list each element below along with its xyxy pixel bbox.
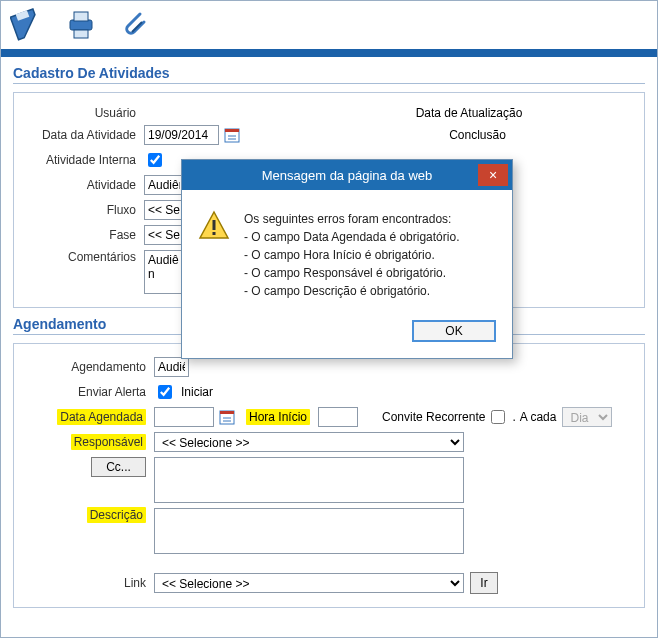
dialog-error-line: - O campo Descrição é obrigatório.	[244, 282, 459, 300]
atividade-label: Atividade	[24, 178, 144, 192]
warning-icon	[198, 210, 230, 242]
svg-rect-9	[220, 411, 234, 414]
fase-label: Fase	[24, 228, 144, 242]
data-agendada-input[interactable]	[154, 407, 214, 427]
ir-button[interactable]: Ir	[470, 572, 498, 594]
responsavel-label: Responsável	[71, 434, 146, 450]
atividade-interna-label: Atividade Interna	[24, 153, 144, 167]
atividade-interna-checkbox[interactable]	[148, 153, 162, 167]
dialog-error-line: - O campo Responsável é obrigatório.	[244, 264, 459, 282]
main-toolbar	[1, 1, 657, 49]
link-select[interactable]: << Selecione >>	[154, 573, 464, 593]
hora-inicio-input[interactable]	[318, 407, 358, 427]
comentarios-label: Comentários	[24, 250, 144, 264]
responsavel-select[interactable]: << Selecione >>	[154, 432, 464, 452]
header-band	[1, 49, 657, 57]
a-cada-label: A cada	[520, 410, 557, 424]
descricao-label: Descrição	[87, 507, 146, 523]
descricao-textarea[interactable]	[154, 508, 464, 554]
fase-select[interactable]	[144, 225, 184, 245]
save-icon[interactable]	[9, 7, 45, 43]
svg-rect-3	[74, 30, 88, 38]
section-agendamento: Agendamento Agendamento Enviar Alerta In…	[13, 316, 645, 608]
dialog-titlebar: Mensagem da página da web ×	[182, 160, 512, 190]
svg-rect-5	[225, 129, 239, 132]
usuario-label: Usuário	[24, 106, 144, 120]
agendamento-input[interactable]	[154, 357, 189, 377]
comentarios-textarea[interactable]: Audiên	[144, 250, 184, 294]
link-label: Link	[24, 576, 154, 590]
iniciar-label: Iniciar	[181, 385, 213, 399]
data-atividade-label: Data da Atividade	[24, 128, 144, 142]
dialog-error-line: - O campo Data Agendada é obrigatório.	[244, 228, 459, 246]
conclusao-label: Conclusão	[321, 128, 634, 142]
hora-inicio-label: Hora Início	[246, 409, 310, 425]
cc-textarea[interactable]	[154, 457, 464, 503]
dialog-error-line: - O campo Hora Início é obrigatório.	[244, 246, 459, 264]
svg-rect-2	[74, 12, 88, 21]
fluxo-label: Fluxo	[24, 203, 144, 217]
fluxo-select[interactable]	[144, 200, 184, 220]
convite-recorrente-label: Convite Recorrente	[382, 410, 485, 424]
data-atualizacao-label: Data de Atualização	[304, 106, 634, 120]
dialog-message: Os seguintes erros foram encontrados: - …	[244, 210, 459, 300]
dialog-close-button[interactable]: ×	[478, 164, 508, 186]
data-agendada-label: Data Agendada	[57, 409, 146, 425]
dialog-ok-button[interactable]: OK	[412, 320, 496, 342]
atividade-input[interactable]	[144, 175, 184, 195]
cc-button[interactable]: Cc...	[91, 457, 146, 477]
close-icon: ×	[489, 167, 497, 183]
calendar-icon[interactable]	[218, 408, 236, 426]
print-icon[interactable]	[63, 7, 99, 43]
dialog-title: Mensagem da página da web	[262, 168, 433, 183]
enviar-alerta-checkbox[interactable]	[158, 385, 172, 399]
periodo-select[interactable]: Dia	[562, 407, 612, 427]
svg-rect-14	[213, 232, 216, 235]
enviar-alerta-label: Enviar Alerta	[24, 385, 154, 399]
app-window: Cadastro De Atividades Usuário Data de A…	[0, 0, 658, 638]
svg-rect-13	[213, 220, 216, 230]
data-atividade-input[interactable]	[144, 125, 219, 145]
convite-recorrente-checkbox[interactable]	[491, 410, 505, 424]
dialog-heading: Os seguintes erros foram encontrados:	[244, 210, 459, 228]
attach-icon[interactable]	[117, 7, 153, 43]
error-dialog: Mensagem da página da web × Os seguintes…	[181, 159, 513, 359]
section-cadastro-title: Cadastro De Atividades	[13, 65, 645, 84]
calendar-icon[interactable]	[223, 126, 241, 144]
agendamento-label: Agendamento	[24, 360, 154, 374]
